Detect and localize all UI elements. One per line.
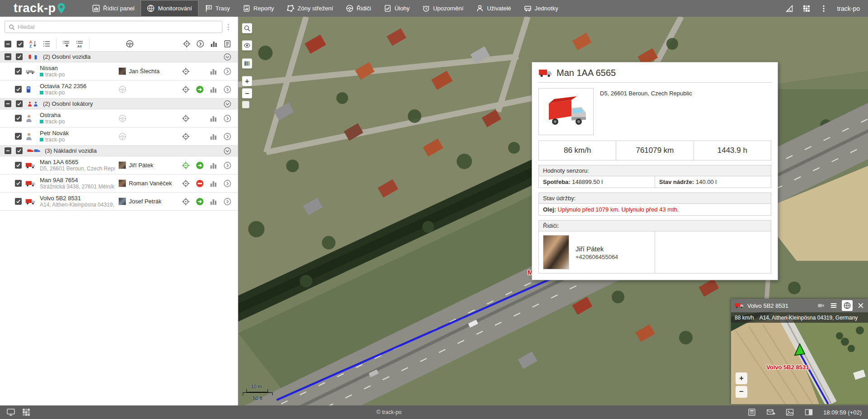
media-icon[interactable] xyxy=(785,408,794,417)
group-trucks-icon xyxy=(27,148,40,154)
unit-checkbox[interactable] xyxy=(15,198,22,205)
group-expand-icon[interactable] xyxy=(223,53,231,61)
chart-column-icon[interactable] xyxy=(210,40,218,48)
unit-checkbox[interactable] xyxy=(15,86,22,93)
nav-users[interactable]: Uživatelé xyxy=(470,0,517,17)
show-all-list-icon[interactable]: All xyxy=(75,40,84,48)
list-options-icon[interactable]: ⋮ xyxy=(222,23,234,31)
unit-chart-icon[interactable] xyxy=(209,67,217,75)
minimap-map-mode-icon[interactable] xyxy=(842,300,853,311)
group-select-checkbox[interactable] xyxy=(16,147,23,154)
add-to-list-icon[interactable] xyxy=(62,40,70,48)
send-message-icon[interactable] xyxy=(766,408,775,417)
locate-unit-icon[interactable] xyxy=(182,179,190,188)
map-layers-button[interactable] xyxy=(242,58,252,69)
moving-state-icon[interactable] xyxy=(196,161,204,169)
nav-monitoring[interactable]: Monitorování xyxy=(141,0,198,17)
unit-menu-icon[interactable] xyxy=(223,198,231,206)
nav-routes[interactable]: Trasy xyxy=(198,0,236,17)
unit-checkbox[interactable] xyxy=(15,133,22,140)
group-header-osobni-vozidla[interactable]: (2) Osobní vozidla xyxy=(0,52,238,62)
deselect-all-checkbox[interactable] xyxy=(5,41,11,47)
unit-row-man-9a8-7654[interactable]: Man 9A8 7654 Strážnická 3438, 27601 Měln… xyxy=(0,174,238,193)
unit-row-volvo-5b2-8531[interactable]: Volvo 5B2 8531 A14, Althen-Kleinpösna 04… xyxy=(0,193,238,211)
app-logo[interactable]: track-p xyxy=(0,0,86,17)
group-header-osobni-lokatory[interactable]: (2) Osobní lokátory xyxy=(0,99,238,109)
group-deselect-checkbox[interactable] xyxy=(5,100,11,107)
unit-chart-icon[interactable] xyxy=(209,85,217,94)
unit-row-man-1aa-6565[interactable]: Man 1AA 6565 D5, 26601 Beroun, Czech Rep… xyxy=(0,156,238,174)
group-header-nakladni-vozidla[interactable]: (3) Nákladní vozidla xyxy=(0,146,238,156)
minimap-close-icon[interactable] xyxy=(856,301,865,310)
locate-unit-icon[interactable] xyxy=(182,85,190,94)
ruler-icon[interactable] xyxy=(785,5,793,13)
unit-menu-icon[interactable] xyxy=(223,67,231,75)
unit-row-nissan[interactable]: Nissan track-po Jan Šlechta xyxy=(0,62,238,80)
search-input[interactable] xyxy=(18,24,218,30)
nav-reports[interactable]: Reporty xyxy=(236,0,281,17)
select-all-checkbox[interactable] xyxy=(17,41,24,47)
unit-menu-icon[interactable] xyxy=(223,132,231,141)
locate-unit-icon[interactable] xyxy=(182,198,190,206)
nav-dashboard[interactable]: Řídící panel xyxy=(86,0,141,17)
unit-chart-icon[interactable] xyxy=(209,132,217,141)
apps-grid-icon[interactable] xyxy=(22,408,31,417)
map-extra-button[interactable] xyxy=(242,101,250,108)
nav-notifications[interactable]: Upozornění xyxy=(416,0,470,17)
moving-state-icon[interactable] xyxy=(196,85,204,94)
monitor-icon[interactable] xyxy=(6,408,15,417)
unit-chart-icon[interactable] xyxy=(209,114,217,122)
nav-drivers[interactable]: Řidiči xyxy=(340,0,377,17)
unit-menu-icon[interactable] xyxy=(223,161,231,169)
unit-row-petr-novak[interactable]: Petr Novák track-po xyxy=(0,127,238,146)
unit-chart-icon[interactable] xyxy=(209,179,217,188)
nav-geofences[interactable]: Zóny střežení xyxy=(280,0,340,17)
minimap-list-icon[interactable] xyxy=(829,301,838,310)
driver-cell xyxy=(118,132,178,141)
unit-chart-icon[interactable] xyxy=(209,198,217,206)
locate-unit-icon-active[interactable] xyxy=(182,161,190,169)
minimap-zoom-out-button[interactable]: − xyxy=(736,386,747,398)
moving-state-icon[interactable] xyxy=(196,198,204,206)
locate-unit-icon[interactable] xyxy=(182,132,190,141)
locate-unit-icon[interactable] xyxy=(182,114,190,122)
unit-checkbox[interactable] xyxy=(15,115,22,122)
unit-row-ostraha[interactable]: Ostraha track-po xyxy=(0,109,238,127)
unit-menu-icon[interactable] xyxy=(223,114,231,122)
panel-toggle-icon[interactable] xyxy=(804,408,813,417)
unit-row-octavia[interactable]: Octavia 7A2 2356 track-po xyxy=(0,80,238,99)
group-deselect-checkbox[interactable] xyxy=(5,53,11,60)
account-name[interactable]: track-po xyxy=(837,5,860,12)
map-zoom-out-button[interactable]: − xyxy=(242,88,252,99)
group-deselect-checkbox[interactable] xyxy=(5,147,11,154)
news-icon[interactable] xyxy=(747,408,756,417)
unit-menu-icon[interactable] xyxy=(223,179,231,188)
kebab-menu-icon[interactable] xyxy=(820,5,828,13)
messages-column-icon[interactable] xyxy=(223,40,231,48)
map-zoom-in-button[interactable]: + xyxy=(242,76,252,86)
locate-unit-icon[interactable] xyxy=(182,67,190,75)
group-expand-icon[interactable] xyxy=(223,147,231,155)
group-expand-icon[interactable] xyxy=(223,100,231,108)
nav-units[interactable]: Jednotky xyxy=(518,0,565,17)
list-view-icon[interactable] xyxy=(42,40,51,48)
stream-camera-icon[interactable] xyxy=(816,301,826,310)
unit-checkbox[interactable] xyxy=(15,162,22,169)
locate-column-icon[interactable] xyxy=(183,40,191,48)
minimap-zoom-in-button[interactable]: + xyxy=(736,372,747,384)
stopped-state-icon[interactable] xyxy=(196,179,204,188)
sort-az-icon[interactable]: AZ xyxy=(29,40,37,48)
map-search-button[interactable] xyxy=(242,23,252,33)
unit-checkbox[interactable] xyxy=(15,180,22,187)
motion-column-icon[interactable] xyxy=(196,40,204,48)
minimap-vehicle-label[interactable]: Volvo 5B2 8531 xyxy=(766,364,809,371)
map-visibility-button[interactable] xyxy=(242,40,252,51)
group-select-checkbox[interactable] xyxy=(16,53,23,60)
nav-tasks[interactable]: Úlohy xyxy=(377,0,416,17)
apps-grid-icon[interactable] xyxy=(802,5,811,13)
driver-column-icon[interactable] xyxy=(126,40,134,48)
unit-chart-icon[interactable] xyxy=(209,161,217,169)
unit-checkbox[interactable] xyxy=(15,68,22,75)
group-select-checkbox[interactable] xyxy=(16,100,23,107)
unit-menu-icon[interactable] xyxy=(223,85,231,94)
